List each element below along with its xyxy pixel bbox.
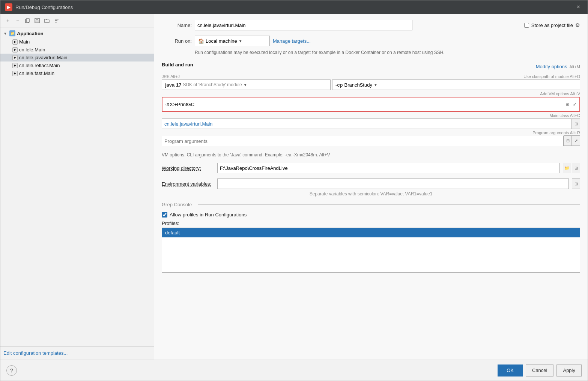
manage-targets-link[interactable]: Manage targets... bbox=[273, 38, 311, 44]
main-class-input[interactable] bbox=[162, 118, 572, 129]
working-dir-input[interactable] bbox=[217, 163, 560, 173]
build-run-label: Build and run bbox=[162, 62, 193, 68]
tree-expand-arrow: ▼ bbox=[3, 32, 8, 36]
env-label: Environment variables: bbox=[162, 181, 214, 187]
run-config-icon-5: ▶ bbox=[12, 71, 18, 76]
run-on-label: Run on: bbox=[162, 38, 192, 44]
vm-input-wrapper: ⊞ ⤢ bbox=[162, 97, 580, 112]
prog-args-note: Program arguments Alt+R bbox=[162, 130, 580, 135]
run-on-row: Run on: 🏠 Local machine ▼ Manage targets… bbox=[162, 36, 580, 46]
tree-item-main[interactable]: ▶ Main bbox=[0, 38, 154, 46]
grep-title: Grep Console bbox=[162, 202, 192, 207]
allow-profiles-row: Allow profiles in Run Configurations bbox=[162, 212, 580, 218]
env-expand-btn[interactable]: ⊞ bbox=[572, 178, 580, 189]
right-panel: Name: Store as project file ⚙ Run on: 🏠 bbox=[154, 14, 588, 360]
svg-rect-4 bbox=[35, 21, 39, 22]
add-vm-note-row: Add VM options Alt+V bbox=[162, 92, 580, 96]
modify-options-link[interactable]: Modify options bbox=[536, 64, 567, 69]
house-icon: 🏠 bbox=[198, 38, 204, 44]
sdk-dropdown-arrow-icon: ▼ bbox=[244, 83, 247, 87]
tree-item-cn-lele-fast-main[interactable]: ▶ cn.lele.fast.Main bbox=[0, 69, 154, 77]
tree-item-cn-lele-javavirturl-main[interactable]: ▶ cn.lele.javavirturl.Main bbox=[0, 54, 154, 62]
vm-hint: VM options. CLI arguments to the 'Java' … bbox=[162, 152, 580, 158]
sdk-desc: SDK of 'BranchStudy' module bbox=[183, 82, 242, 87]
folder-icon bbox=[44, 18, 50, 23]
dropdown-arrow-icon: ▼ bbox=[239, 39, 242, 43]
save-button[interactable] bbox=[33, 16, 42, 25]
prog-args-input[interactable] bbox=[162, 136, 564, 146]
name-input[interactable] bbox=[195, 20, 412, 30]
cancel-button[interactable]: Cancel bbox=[526, 364, 553, 376]
sort-button[interactable] bbox=[52, 16, 61, 25]
working-dir-label: Working directory: bbox=[162, 165, 214, 171]
info-text-content: Run configurations may be executed local… bbox=[195, 50, 445, 55]
vm-expand-btn[interactable]: ⊞ bbox=[564, 101, 570, 108]
main-class-expand-btn[interactable]: ⊞ bbox=[572, 118, 580, 129]
working-dir-row: Working directory: 📁 ⊞ bbox=[162, 163, 580, 173]
local-machine-dropdown[interactable]: 🏠 Local machine ▼ bbox=[195, 36, 270, 46]
run-config-icon-3: ▶ bbox=[12, 55, 18, 60]
build-run-header-row: Build and run Modify options Alt+M bbox=[162, 62, 580, 71]
profiles-list[interactable]: default bbox=[162, 228, 580, 273]
toolbar: + − bbox=[0, 14, 154, 27]
cp-dropdown[interactable]: -cp BranchStudy ▼ bbox=[332, 80, 580, 90]
build-run-header: Build and run bbox=[162, 62, 193, 68]
tree-folder-icon: 📁 bbox=[9, 30, 15, 36]
run-config-icon-2: ▶ bbox=[12, 47, 18, 52]
add-button[interactable]: + bbox=[3, 16, 12, 25]
store-checkbox[interactable] bbox=[524, 23, 529, 28]
allow-profiles-label: Allow profiles in Run Configurations bbox=[170, 212, 247, 218]
allow-profiles-checkbox[interactable] bbox=[162, 212, 167, 218]
dialog-footer: ? OK Cancel Apply bbox=[0, 360, 588, 381]
prog-args-fullscreen-btn[interactable]: ⤢ bbox=[572, 135, 580, 146]
help-button[interactable]: ? bbox=[6, 365, 17, 376]
svg-rect-3 bbox=[36, 18, 38, 20]
env-hint: Separate variables with semicolon: VAR=v… bbox=[162, 191, 580, 196]
copy-icon bbox=[25, 18, 30, 23]
tree-item-label: Main bbox=[19, 39, 30, 45]
save-icon bbox=[35, 18, 40, 23]
profile-item-default[interactable]: default bbox=[162, 228, 580, 237]
vm-fullscreen-btn[interactable]: ⤢ bbox=[571, 101, 578, 108]
dialog-body: + − bbox=[0, 14, 588, 360]
dialog-title: Run/Debug Configurations bbox=[15, 4, 574, 10]
tree-item-cn-lele-reflact-main[interactable]: ▶ cn.lele.reflact.Main bbox=[0, 62, 154, 69]
tree-group-application[interactable]: ▼ 📁 Application bbox=[0, 29, 154, 38]
footer-buttons: OK Cancel Apply bbox=[498, 364, 582, 376]
jre-note: JRE Alt+J bbox=[162, 74, 180, 79]
local-machine-label: Local machine bbox=[206, 38, 237, 44]
prog-args-expand-btn[interactable]: ⊞ bbox=[564, 135, 572, 146]
apply-button[interactable]: Apply bbox=[556, 364, 582, 376]
vm-input[interactable] bbox=[162, 98, 579, 111]
tree-area: ▼ 📁 Application ▶ Main ▶ cn.lele.Main ▶ … bbox=[0, 27, 154, 346]
prog-args-row: ⊞ ⤢ bbox=[162, 135, 580, 146]
left-footer: Edit configuration templates... bbox=[0, 346, 154, 360]
remove-button[interactable]: − bbox=[13, 16, 22, 25]
main-class-note-row: Main class Alt+C bbox=[162, 113, 580, 118]
config-form: Name: Store as project file ⚙ Run on: 🏠 bbox=[154, 14, 588, 360]
close-button[interactable]: × bbox=[574, 3, 583, 11]
java-badge: java 17 bbox=[165, 82, 181, 88]
profiles-label: Profiles: bbox=[162, 220, 580, 226]
folder-button[interactable] bbox=[42, 16, 51, 25]
env-row: Environment variables: ⊞ bbox=[162, 178, 580, 189]
tree-item-label-5: cn.lele.fast.Main bbox=[19, 70, 54, 76]
sdk-dropdown[interactable]: java 17 SDK of 'BranchStudy' module ▼ bbox=[162, 80, 331, 90]
main-class-note: Main class Alt+C bbox=[549, 113, 580, 118]
title-bar: ▶ Run/Debug Configurations × bbox=[0, 0, 588, 14]
vm-input-icons: ⊞ ⤢ bbox=[564, 101, 578, 108]
cp-dropdown-arrow-icon: ▼ bbox=[374, 83, 377, 87]
sdk-row: java 17 SDK of 'BranchStudy' module ▼ -c… bbox=[162, 80, 580, 90]
tree-item-cn-lele-main[interactable]: ▶ cn.lele.Main bbox=[0, 46, 154, 54]
copy-button[interactable] bbox=[23, 16, 32, 25]
wd-expand-btn[interactable]: ⊞ bbox=[572, 163, 580, 173]
env-input[interactable] bbox=[217, 178, 569, 189]
wd-browse-btn[interactable]: 📁 bbox=[563, 163, 571, 173]
modify-options-area: Modify options Alt+M bbox=[536, 64, 580, 69]
name-store-row: Name: Store as project file ⚙ bbox=[162, 20, 580, 30]
store-gear-icon[interactable]: ⚙ bbox=[575, 22, 580, 28]
store-section: Store as project file ⚙ bbox=[524, 22, 580, 28]
edit-templates-link[interactable]: Edit configuration templates... bbox=[3, 350, 68, 356]
run-config-icon-4: ▶ bbox=[12, 63, 18, 68]
ok-button[interactable]: OK bbox=[498, 364, 523, 376]
